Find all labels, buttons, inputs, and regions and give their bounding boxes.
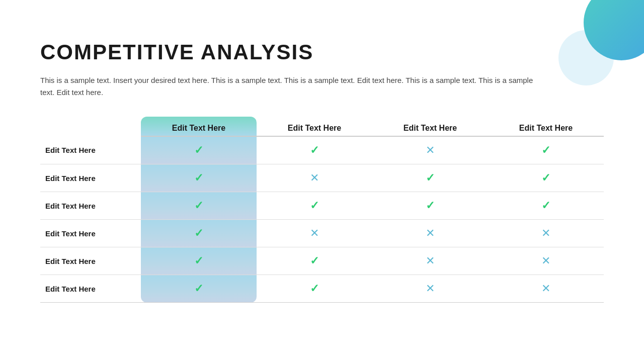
check-icon: ✓ [194,227,203,239]
table-row: Edit Text Here✓✕✕✕ [40,220,604,247]
table-row: Edit Text Here✓✕✓✓ [40,164,604,192]
row-label[interactable]: Edit Text Here [40,164,141,192]
check-icon: ✓ [194,199,203,212]
cell-row4-col3[interactable]: ✕ [488,247,604,275]
check-icon: ✓ [194,144,203,156]
col-header-1[interactable]: Edit Text Here [141,117,257,136]
cell-row1-col2[interactable]: ✓ [372,164,488,192]
cell-row3-col2[interactable]: ✕ [372,220,488,247]
page-title: COMPETITIVE ANALYSIS [40,40,604,64]
cell-row0-col2[interactable]: ✕ [372,136,488,164]
check-icon: ✓ [194,282,203,295]
cross-icon: ✕ [426,144,435,156]
cross-icon: ✕ [426,282,435,295]
cell-row5-col3[interactable]: ✕ [488,275,604,303]
cell-row0-col3[interactable]: ✓ [488,136,604,164]
row-label[interactable]: Edit Text Here [40,220,141,247]
col-header-2[interactable]: Edit Text Here [257,117,372,136]
check-icon: ✓ [194,254,203,267]
cross-icon: ✕ [541,227,550,239]
check-icon: ✓ [310,282,319,295]
cell-row3-col3[interactable]: ✕ [488,220,604,247]
row-label[interactable]: Edit Text Here [40,192,141,220]
col-header-4[interactable]: Edit Text Here [488,117,604,136]
cell-row0-col1[interactable]: ✓ [257,136,372,164]
check-icon: ✓ [310,144,319,156]
check-icon: ✓ [310,199,319,212]
cell-row4-col1[interactable]: ✓ [257,247,372,275]
table-row: Edit Text Here✓✓✕✓ [40,136,604,164]
cell-row0-col0[interactable]: ✓ [141,136,257,164]
cell-row2-col3[interactable]: ✓ [488,192,604,220]
col-header-empty [40,117,141,136]
table-header-row: Edit Text Here Edit Text Here Edit Text … [40,117,604,136]
cross-icon: ✕ [426,254,435,267]
cell-row3-col1[interactable]: ✕ [257,220,372,247]
check-icon: ✓ [541,199,550,212]
cell-row2-col2[interactable]: ✓ [372,192,488,220]
col-header-3[interactable]: Edit Text Here [372,117,488,136]
cell-row1-col1[interactable]: ✕ [257,164,372,192]
table-row: Edit Text Here✓✓✕✕ [40,275,604,303]
cross-icon: ✕ [426,227,435,239]
decorative-circles [564,0,644,80]
check-icon: ✓ [426,199,435,212]
check-icon: ✓ [426,171,435,184]
check-icon: ✓ [541,144,550,156]
row-label[interactable]: Edit Text Here [40,247,141,275]
cross-icon: ✕ [541,282,550,295]
check-icon: ✓ [310,254,319,267]
check-icon: ✓ [541,171,550,184]
cell-row4-col0[interactable]: ✓ [141,247,257,275]
cell-row5-col0[interactable]: ✓ [141,275,257,303]
row-label[interactable]: Edit Text Here [40,136,141,164]
check-icon: ✓ [194,171,203,184]
cell-row2-col0[interactable]: ✓ [141,192,257,220]
cell-row2-col1[interactable]: ✓ [257,192,372,220]
cell-row4-col2[interactable]: ✕ [372,247,488,275]
main-content: COMPETITIVE ANALYSIS This is a sample te… [0,0,644,323]
cross-icon: ✕ [310,171,319,184]
table-row: Edit Text Here✓✓✓✓ [40,192,604,220]
cross-icon: ✕ [310,227,319,239]
cross-icon: ✕ [541,254,550,267]
table-row: Edit Text Here✓✓✕✕ [40,247,604,275]
comparison-table: Edit Text Here Edit Text Here Edit Text … [40,117,604,303]
cell-row1-col0[interactable]: ✓ [141,164,257,192]
cell-row3-col0[interactable]: ✓ [141,220,257,247]
cell-row5-col1[interactable]: ✓ [257,275,372,303]
cell-row5-col2[interactable]: ✕ [372,275,488,303]
row-label[interactable]: Edit Text Here [40,275,141,303]
subtitle-text: This is a sample text. Insert your desir… [40,74,533,99]
cell-row1-col3[interactable]: ✓ [488,164,604,192]
